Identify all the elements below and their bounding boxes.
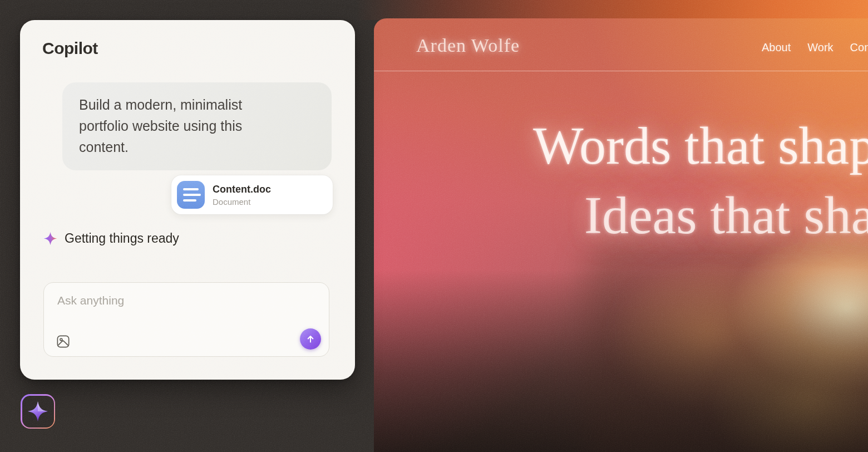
backdrop-glow <box>356 0 868 20</box>
document-icon <box>177 181 205 209</box>
copilot-panel-title: Copilot <box>42 39 98 58</box>
composer <box>43 282 329 357</box>
site-header: Arden Wolfe About Work Contact <box>374 18 868 71</box>
chat-input[interactable] <box>44 283 329 318</box>
copilot-sparkle-icon <box>27 401 48 422</box>
desktop-stage: Arden Wolfe About Work Contact Words tha… <box>0 0 868 452</box>
nav-item-work[interactable]: Work <box>807 41 833 54</box>
website-preview: Arden Wolfe About Work Contact Words tha… <box>374 18 868 452</box>
arrow-up-icon <box>305 333 316 345</box>
attachment-type-label: Document <box>213 197 271 207</box>
user-message-bubble: Build a modern, minimalist portfolio web… <box>62 82 332 170</box>
attachment-filename: Content.doc <box>213 184 271 195</box>
nav-item-contact[interactable]: Contact <box>850 41 868 54</box>
attachment-card[interactable]: Content.doc Document <box>171 175 333 214</box>
site-nav: About Work Contact <box>762 41 868 54</box>
composer-toolbar <box>55 328 321 350</box>
hero-headline-line2: Ideas that sha <box>584 189 868 242</box>
send-button[interactable] <box>300 328 321 350</box>
site-brand: Arden Wolfe <box>416 35 520 56</box>
user-message-text: Build a modern, minimalist portfolio web… <box>79 94 315 158</box>
status-row: Getting things ready <box>43 231 179 246</box>
image-icon <box>56 334 71 349</box>
sparkle-icon <box>43 232 57 245</box>
copilot-dock-badge[interactable] <box>21 394 55 429</box>
attachment-info: Content.doc Document <box>213 184 271 207</box>
status-label: Getting things ready <box>65 231 179 246</box>
hero-headline-line1: Words that shape <box>533 119 868 173</box>
nav-item-about[interactable]: About <box>762 41 791 54</box>
copilot-panel: Copilot Build a modern, minimalist portf… <box>20 20 355 380</box>
copilot-dock-badge-inner <box>22 396 54 428</box>
attach-image-button[interactable] <box>55 334 71 350</box>
